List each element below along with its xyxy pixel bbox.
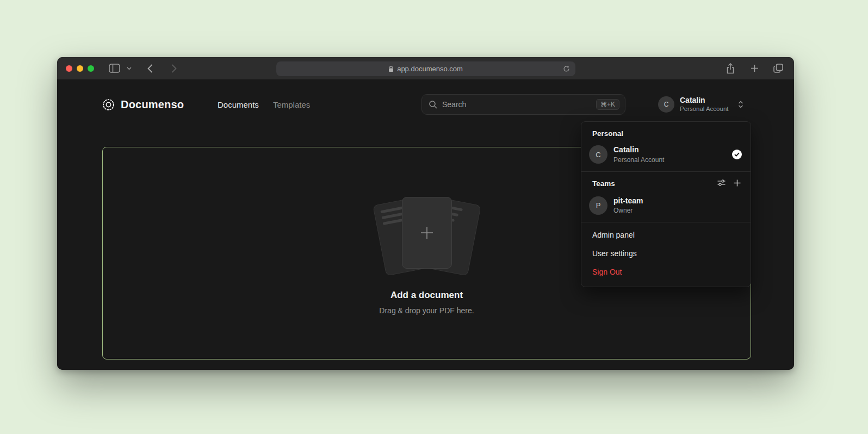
browser-window: app.documenso.com [57,57,794,370]
nav-item-documents[interactable]: Documents [218,100,259,109]
personal-account-item[interactable]: C Catalin Personal Account [581,142,751,171]
tab-overview-icon[interactable] [772,63,784,75]
teams-section-header: Teams [581,172,751,193]
account-name: Catalin [680,96,729,105]
url-text: app.documenso.com [397,65,463,73]
chevron-up-down-icon [737,100,744,109]
dropzone-subtitle: Drag & drop your PDF here. [379,306,474,315]
search-bar[interactable]: ⌘+K [421,94,625,115]
account-avatar: C [658,96,674,113]
personal-account-name: Catalin [613,145,726,155]
minimize-button[interactable] [77,65,83,72]
desktop: app.documenso.com [0,0,868,434]
forward-button-icon[interactable] [168,63,180,75]
sidebar-chevron-down-icon[interactable] [126,63,132,75]
document-stack-illustration [367,192,487,274]
document-card-center [402,197,452,269]
lock-icon [388,65,394,72]
team-name: pit-team [613,196,742,206]
selected-check-icon [732,150,742,159]
sidebar-toggle-icon[interactable] [108,63,120,75]
share-icon[interactable] [724,63,736,75]
teams-section-label: Teams [592,179,717,188]
documenso-app: Documenso Documents Templates ⌘+K C [57,80,794,370]
add-team-icon[interactable] [734,179,741,189]
personal-account-subtitle: Personal Account [613,156,726,164]
search-shortcut-badge: ⌘+K [596,99,619,110]
team-avatar: P [589,196,607,215]
documenso-logo-icon [102,98,115,111]
personal-account-avatar: C [589,145,607,164]
close-button[interactable] [66,65,72,72]
team-item-pit-team[interactable]: P pit-team Owner [581,193,751,222]
zoom-button[interactable] [88,65,94,72]
account-dropdown-menu: Personal C Catalin Personal Account Team… [581,121,751,287]
personal-section-label: Personal [581,122,751,142]
dropzone-title: Add a document [390,290,463,301]
brand-name: Documenso [121,98,184,111]
nav-item-templates[interactable]: Templates [273,100,310,109]
browser-toolbar: app.documenso.com [57,57,794,80]
search-icon [429,100,437,109]
account-subtitle: Personal Account [680,106,729,113]
brand[interactable]: Documenso [102,94,184,115]
add-document-plus-icon [419,225,435,241]
back-button-icon[interactable] [144,63,156,75]
account-menu-trigger[interactable]: C Catalin Personal Account [658,94,744,115]
team-role: Owner [613,207,742,215]
primary-nav: Documents Templates [218,94,310,115]
reload-icon[interactable] [562,64,572,73]
new-tab-plus-icon[interactable] [748,63,760,75]
menu-item-sign-out[interactable]: Sign Out [581,263,751,281]
search-input[interactable] [442,100,596,109]
address-bar[interactable]: app.documenso.com [276,61,575,76]
menu-item-user-settings[interactable]: User settings [581,244,751,263]
window-controls [57,65,94,72]
menu-item-admin-panel[interactable]: Admin panel [581,226,751,244]
manage-teams-icon[interactable] [717,179,726,189]
